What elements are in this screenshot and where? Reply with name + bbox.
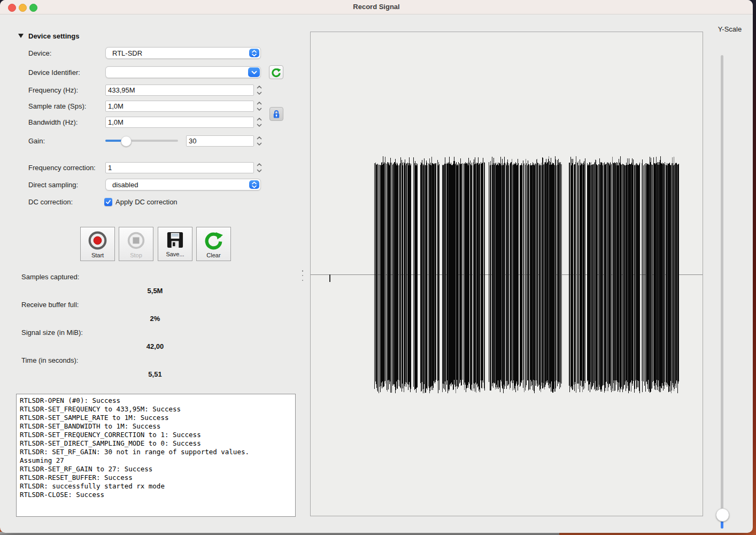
y-scale-slider-handle[interactable] <box>716 508 729 522</box>
freq-correction-label: Frequency correction: <box>28 164 96 172</box>
chevron-down-icon <box>248 67 260 77</box>
lock-sample-rate-bandwidth-button[interactable] <box>269 107 283 121</box>
signal-size-value: 42,00 <box>96 342 214 350</box>
receive-buffer-value: 2% <box>96 315 214 323</box>
start-button[interactable]: Start <box>80 227 115 261</box>
freq-correction-stepper[interactable] <box>256 163 263 173</box>
time-value: 5,51 <box>96 370 214 378</box>
bandwidth-label: Bandwidth (Hz): <box>28 118 78 126</box>
clear-refresh-icon <box>204 231 223 250</box>
clear-button[interactable]: Clear <box>196 227 231 261</box>
freq-correction-input[interactable] <box>105 162 254 173</box>
record-signal-window: Record Signal Device settings Device: RT… <box>0 0 753 533</box>
dc-correction-label: DC correction: <box>28 198 73 206</box>
dc-correction-checkbox-label: Apply DC correction <box>115 198 178 206</box>
frequency-stepper[interactable] <box>256 85 263 95</box>
y-scale-slider-fill <box>721 521 723 529</box>
frequency-label: Frequency (Hz): <box>28 86 78 94</box>
refresh-icon <box>271 67 281 78</box>
stop-button[interactable]: Stop <box>119 227 153 261</box>
gain-stepper[interactable] <box>256 136 263 146</box>
device-identifier-label: Device Identifier: <box>28 68 80 77</box>
dc-correction-checkbox[interactable] <box>104 198 112 206</box>
checkmark-icon <box>105 199 111 205</box>
panel-splitter-handle[interactable] <box>301 270 304 281</box>
record-icon <box>88 231 107 250</box>
combobox-updown-icon <box>249 180 259 189</box>
gain-slider-handle[interactable] <box>121 136 132 147</box>
stop-icon <box>126 231 146 250</box>
signal-canvas <box>311 32 703 516</box>
y-scale-label: Y-Scale <box>711 25 749 33</box>
sample-rate-stepper[interactable] <box>256 101 263 111</box>
titlebar: Record Signal <box>0 0 753 14</box>
stop-button-label: Stop <box>130 252 142 258</box>
frequency-input[interactable] <box>105 85 254 96</box>
y-scale-slider[interactable] <box>721 55 723 526</box>
sample-rate-input[interactable] <box>105 101 254 112</box>
receive-buffer-label: Receive buffer full: <box>21 301 79 309</box>
bandwidth-input[interactable] <box>105 117 254 128</box>
gain-input[interactable] <box>186 135 254 147</box>
direct-sampling-label: Direct sampling: <box>28 181 78 189</box>
signal-size-label: Signal size (in MiB): <box>21 328 83 337</box>
save-button-label: Save... <box>166 251 184 257</box>
device-identifier-combobox[interactable] <box>105 66 261 78</box>
gain-label: Gain: <box>28 137 45 145</box>
start-button-label: Start <box>91 252 104 258</box>
device-combobox-value: RTL-SDR <box>112 49 142 57</box>
log-output[interactable]: RTLSDR-OPEN (#0): Success RTLSDR-SET_FRE… <box>16 394 296 517</box>
samples-captured-value: 5,5M <box>96 287 214 295</box>
signal-plot[interactable] <box>310 32 703 516</box>
window-title: Record Signal <box>0 3 753 11</box>
save-floppy-icon <box>166 231 184 249</box>
lock-icon <box>273 110 280 119</box>
direct-sampling-value: disabled <box>112 181 138 189</box>
device-label: Device: <box>28 49 51 57</box>
samples-captured-label: Samples captured: <box>21 273 79 281</box>
device-combobox[interactable]: RTL-SDR <box>105 47 261 59</box>
disclosure-triangle-icon[interactable] <box>18 34 24 38</box>
refresh-devices-button[interactable] <box>269 65 283 79</box>
time-label: Time (in seconds): <box>21 356 78 364</box>
device-settings-header: Device settings <box>28 32 79 40</box>
combobox-updown-icon <box>249 49 259 57</box>
direct-sampling-combobox[interactable]: disabled <box>105 179 261 190</box>
clear-button-label: Clear <box>206 252 220 258</box>
bandwidth-stepper[interactable] <box>256 117 263 127</box>
save-button[interactable]: Save... <box>158 227 192 261</box>
sample-rate-label: Sample rate (Sps): <box>28 102 86 110</box>
